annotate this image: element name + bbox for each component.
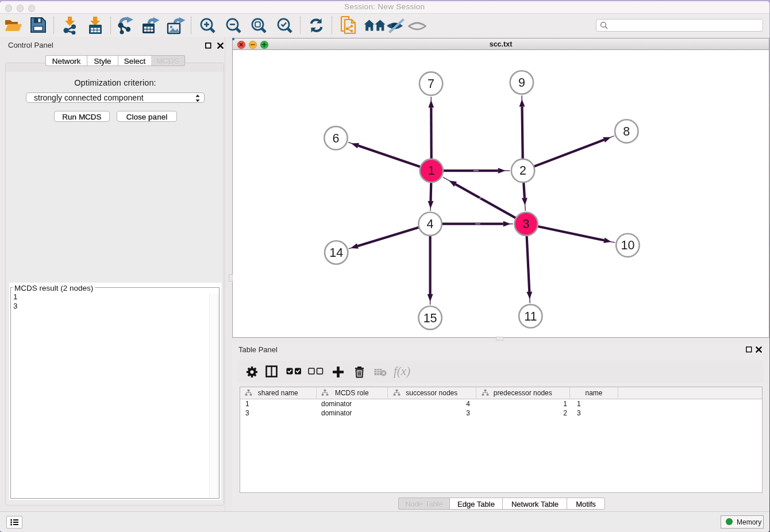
svg-text:11: 11 — [524, 310, 537, 323]
svg-text:2: 2 — [519, 164, 526, 178]
svg-text:3: 3 — [523, 217, 530, 231]
svg-text:15: 15 — [424, 311, 437, 325]
svg-text:14: 14 — [329, 246, 343, 260]
svg-text:9: 9 — [518, 76, 525, 90]
svg-text:7: 7 — [428, 77, 434, 91]
svg-text:8: 8 — [623, 125, 630, 138]
svg-text:4: 4 — [427, 217, 434, 231]
svg-text:1: 1 — [428, 164, 435, 178]
svg-text:6: 6 — [333, 132, 340, 145]
svg-text:10: 10 — [621, 238, 634, 252]
